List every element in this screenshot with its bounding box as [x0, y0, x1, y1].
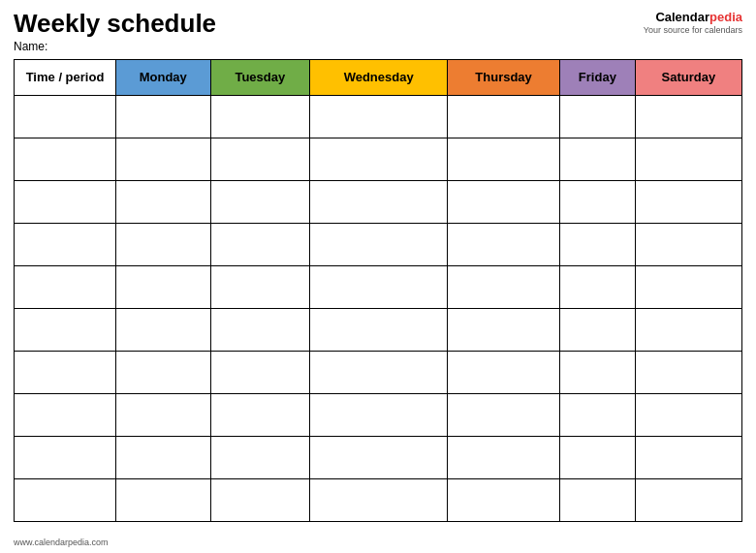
- table-cell[interactable]: [116, 95, 211, 138]
- table-cell[interactable]: [635, 223, 741, 265]
- table-cell[interactable]: [559, 265, 635, 308]
- col-header-saturday: Saturday: [635, 59, 741, 95]
- table-cell[interactable]: [210, 308, 310, 351]
- table-cell[interactable]: [635, 478, 741, 521]
- table-cell[interactable]: [310, 351, 448, 393]
- table-cell[interactable]: [116, 393, 211, 436]
- table-row: [15, 223, 742, 265]
- table-row: [15, 436, 742, 478]
- table-row: [15, 265, 742, 308]
- table-cell[interactable]: [635, 95, 741, 138]
- table-cell[interactable]: [310, 265, 448, 308]
- footer-url: www.calendarpedia.com: [14, 538, 109, 547]
- table-cell[interactable]: [116, 138, 211, 180]
- table-cell[interactable]: [116, 478, 211, 521]
- table-cell[interactable]: [310, 308, 448, 351]
- table-cell[interactable]: [15, 223, 116, 265]
- table-row: [15, 138, 742, 180]
- table-cell[interactable]: [635, 351, 741, 393]
- table-cell[interactable]: [448, 265, 560, 308]
- col-header-thursday: Thursday: [448, 59, 560, 95]
- table-cell[interactable]: [310, 223, 448, 265]
- table-cell[interactable]: [635, 308, 741, 351]
- table-cell[interactable]: [15, 308, 116, 351]
- table-cell[interactable]: [310, 478, 448, 521]
- brand-pedia: pedia: [709, 10, 742, 24]
- table-cell[interactable]: [15, 95, 116, 138]
- table-cell[interactable]: [448, 223, 560, 265]
- table-cell[interactable]: [210, 138, 310, 180]
- col-header-friday: Friday: [559, 59, 635, 95]
- brand-name: Calendarpedia: [644, 10, 742, 25]
- table-cell[interactable]: [310, 180, 448, 223]
- page-title: Weekly schedule: [14, 10, 216, 38]
- table-cell[interactable]: [116, 436, 211, 478]
- table-cell[interactable]: [15, 265, 116, 308]
- table-cell[interactable]: [310, 138, 448, 180]
- header: Weekly schedule Calendarpedia Your sourc…: [14, 10, 742, 38]
- brand-calendar: Calendar: [655, 10, 709, 24]
- table-cell[interactable]: [559, 478, 635, 521]
- brand-subtitle: Your source for calendars: [644, 25, 742, 36]
- table-row: [15, 95, 742, 138]
- brand-logo: Calendarpedia Your source for calendars: [644, 10, 742, 35]
- table-cell[interactable]: [15, 180, 116, 223]
- table-cell[interactable]: [116, 223, 211, 265]
- table-cell[interactable]: [635, 180, 741, 223]
- table-cell[interactable]: [210, 265, 310, 308]
- table-cell[interactable]: [559, 436, 635, 478]
- col-header-tuesday: Tuesday: [210, 59, 310, 95]
- table-cell[interactable]: [448, 180, 560, 223]
- table-cell[interactable]: [448, 138, 560, 180]
- table-cell[interactable]: [448, 351, 560, 393]
- table-cell[interactable]: [448, 393, 560, 436]
- page: Weekly schedule Calendarpedia Your sourc…: [0, 0, 756, 553]
- table-cell[interactable]: [635, 138, 741, 180]
- name-label: Name:: [14, 40, 742, 53]
- col-header-wednesday: Wednesday: [310, 59, 448, 95]
- table-cell[interactable]: [15, 436, 116, 478]
- schedule-table: Time / period Monday Tuesday Wednesday T…: [14, 59, 742, 522]
- table-cell[interactable]: [15, 393, 116, 436]
- schedule-body: [15, 95, 742, 521]
- col-header-time: Time / period: [15, 59, 116, 95]
- table-cell[interactable]: [448, 95, 560, 138]
- table-cell[interactable]: [15, 478, 116, 521]
- col-header-monday: Monday: [116, 59, 211, 95]
- header-row: Time / period Monday Tuesday Wednesday T…: [15, 59, 742, 95]
- table-cell[interactable]: [15, 138, 116, 180]
- table-row: [15, 308, 742, 351]
- table-row: [15, 478, 742, 521]
- table-cell[interactable]: [310, 393, 448, 436]
- table-cell[interactable]: [116, 265, 211, 308]
- table-cell[interactable]: [635, 436, 741, 478]
- table-cell[interactable]: [210, 478, 310, 521]
- table-cell[interactable]: [559, 223, 635, 265]
- table-cell[interactable]: [210, 180, 310, 223]
- table-cell[interactable]: [210, 95, 310, 138]
- table-cell[interactable]: [559, 95, 635, 138]
- table-row: [15, 180, 742, 223]
- table-cell[interactable]: [210, 351, 310, 393]
- table-cell[interactable]: [448, 308, 560, 351]
- table-cell[interactable]: [210, 223, 310, 265]
- table-cell[interactable]: [559, 180, 635, 223]
- table-cell[interactable]: [448, 478, 560, 521]
- table-cell[interactable]: [15, 351, 116, 393]
- table-cell[interactable]: [559, 351, 635, 393]
- table-cell[interactable]: [310, 436, 448, 478]
- table-cell[interactable]: [559, 308, 635, 351]
- table-row: [15, 393, 742, 436]
- table-cell[interactable]: [559, 138, 635, 180]
- table-cell[interactable]: [448, 436, 560, 478]
- table-cell[interactable]: [559, 393, 635, 436]
- table-row: [15, 351, 742, 393]
- table-cell[interactable]: [210, 393, 310, 436]
- table-cell[interactable]: [116, 308, 211, 351]
- table-cell[interactable]: [310, 95, 448, 138]
- table-cell[interactable]: [116, 180, 211, 223]
- table-cell[interactable]: [116, 351, 211, 393]
- table-cell[interactable]: [210, 436, 310, 478]
- table-cell[interactable]: [635, 393, 741, 436]
- table-cell[interactable]: [635, 265, 741, 308]
